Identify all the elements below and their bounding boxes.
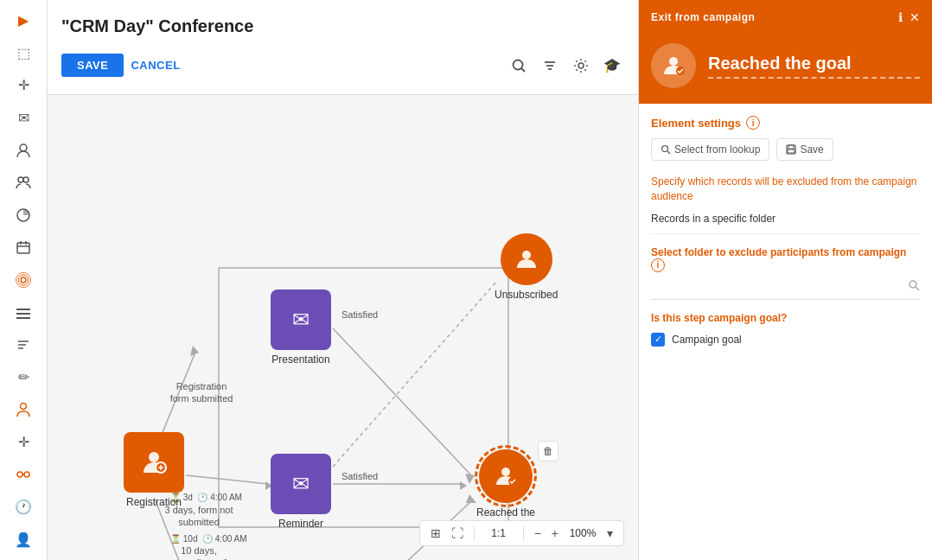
cancel-button[interactable]: CANCEL bbox=[131, 59, 180, 72]
svg-point-21 bbox=[514, 60, 523, 69]
svg-marker-36 bbox=[460, 481, 467, 490]
svg-point-8 bbox=[21, 277, 26, 283]
svg-point-48 bbox=[669, 57, 678, 66]
filter-icon[interactable] bbox=[538, 54, 562, 78]
calendar-icon[interactable] bbox=[10, 234, 37, 262]
campaign-goal-row: Campaign goal bbox=[651, 333, 920, 347]
goal-question: Is this step campaign goal? bbox=[651, 312, 920, 324]
svg-rect-13 bbox=[16, 317, 30, 319]
zoom-ratio: 1:1 bbox=[482, 527, 516, 539]
canvas-bottom-bar: ⊞ ⛶ 1:1 − + 100% ▾ bbox=[419, 520, 624, 546]
panel-hero: Reached the goal bbox=[639, 35, 932, 104]
group-icon[interactable] bbox=[10, 169, 37, 197]
main-area: "CRM Day" Conference SAVE CANCEL 🎓 bbox=[48, 0, 638, 560]
campaign-icon[interactable] bbox=[10, 266, 37, 294]
edit-icon[interactable]: ✏ bbox=[10, 364, 37, 391]
svg-rect-53 bbox=[788, 145, 794, 149]
element-settings-title: Element settings i bbox=[651, 116, 920, 130]
delete-reached-goal-button[interactable]: 🗑 bbox=[538, 441, 559, 461]
svg-point-50 bbox=[662, 146, 668, 152]
graduation-icon[interactable]: 🎓 bbox=[600, 54, 624, 78]
campaign-goal-checkbox[interactable] bbox=[651, 333, 665, 347]
segment-icon[interactable] bbox=[10, 201, 37, 229]
satisfied-label-1: Satisfied bbox=[342, 309, 378, 320]
svg-rect-40 bbox=[219, 268, 508, 527]
panel-header-title: Exit from campaign bbox=[651, 11, 755, 23]
presentation-node[interactable]: ✉ Presentation bbox=[271, 290, 331, 366]
presentation-label: Presentation bbox=[271, 353, 329, 366]
cursor-icon[interactable]: ▶ bbox=[10, 7, 37, 35]
svg-rect-4 bbox=[17, 243, 29, 253]
user2-icon[interactable]: 👤 bbox=[10, 526, 37, 554]
save-button[interactable]: SAVE bbox=[61, 54, 124, 77]
folder-search-input[interactable] bbox=[651, 280, 908, 292]
svg-rect-12 bbox=[16, 313, 30, 315]
panel-close-button[interactable]: ✕ bbox=[910, 10, 920, 24]
select-from-lookup-button[interactable]: Select from lookup bbox=[651, 138, 769, 161]
canvas-area[interactable]: Satisfied Satisfied Satisfied Registrati… bbox=[48, 95, 638, 560]
registration-form-submitted-label: Registration form submitted bbox=[167, 380, 236, 405]
reminder-label: Reminder bbox=[278, 518, 323, 530]
10days-label: 10 days, regardless of result bbox=[160, 544, 238, 560]
fullscreen-button[interactable]: ⛶ bbox=[448, 525, 467, 542]
unsubscribed-label: Unsubscribed bbox=[495, 289, 558, 301]
svg-point-1 bbox=[18, 177, 23, 182]
zoom-dropdown-button[interactable]: ▾ bbox=[603, 525, 616, 542]
integration2-icon[interactable] bbox=[10, 461, 37, 488]
zoom-out-button[interactable]: − bbox=[531, 525, 545, 542]
svg-point-55 bbox=[910, 281, 916, 288]
exclude-title: Specify which records will be excluded f… bbox=[651, 175, 920, 204]
email-icon[interactable]: ✉ bbox=[10, 105, 37, 132]
folder-search-icon[interactable] bbox=[908, 279, 920, 294]
svg-point-0 bbox=[20, 144, 27, 151]
schedule-icon[interactable] bbox=[10, 299, 37, 327]
svg-line-29 bbox=[186, 475, 268, 484]
add-node-icon[interactable]: ✛ bbox=[10, 429, 37, 456]
panel-header-icons: ℹ ✕ bbox=[898, 10, 920, 24]
folder-section-title: Select folder to exclude participants fr… bbox=[651, 246, 920, 272]
svg-point-26 bbox=[578, 63, 584, 68]
settings-icon[interactable] bbox=[569, 54, 593, 78]
toolbar: SAVE CANCEL 🎓 bbox=[61, 54, 624, 78]
sort-icon[interactable] bbox=[10, 331, 37, 359]
contact-icon[interactable] bbox=[10, 137, 37, 164]
zoom-percent: 100% bbox=[565, 527, 600, 539]
records-label: Records in a specific folder bbox=[651, 213, 920, 234]
svg-line-33 bbox=[333, 328, 471, 475]
svg-line-22 bbox=[521, 68, 525, 72]
right-panel: Exit from campaign ℹ ✕ Reached the goal … bbox=[638, 0, 932, 560]
registration-node[interactable]: Registration bbox=[124, 432, 184, 508]
panel-body: Element settings i Select from lookup Sa… bbox=[639, 104, 932, 560]
save-element-button[interactable]: Save bbox=[776, 138, 833, 161]
svg-point-17 bbox=[21, 404, 27, 410]
flow-diagram: Satisfied Satisfied Satisfied Registrati… bbox=[73, 112, 635, 560]
reminder-node[interactable]: ✉ Reminder bbox=[271, 454, 331, 530]
panel-hero-avatar bbox=[651, 43, 696, 88]
folder-info-icon[interactable]: i bbox=[651, 258, 665, 272]
select-icon[interactable]: ⬚ bbox=[10, 40, 37, 67]
time2-icon[interactable]: 🕐 bbox=[10, 493, 37, 521]
zoom-in-button[interactable]: + bbox=[548, 525, 562, 542]
unsubscribed-node[interactable]: Unsubscribed bbox=[495, 233, 558, 301]
move-icon[interactable]: ✛ bbox=[10, 72, 37, 99]
svg-marker-28 bbox=[190, 346, 199, 356]
campaign-goal-label: Campaign goal bbox=[672, 334, 742, 346]
top-bar: "CRM Day" Conference SAVE CANCEL 🎓 bbox=[48, 0, 638, 95]
divider bbox=[474, 526, 475, 540]
svg-line-56 bbox=[916, 287, 919, 290]
svg-line-51 bbox=[667, 151, 670, 154]
svg-point-18 bbox=[17, 472, 22, 477]
divider2 bbox=[523, 526, 524, 540]
timing-10d: ⏳ 10d 🕐 4:00 AM bbox=[170, 534, 247, 544]
page-title: "CRM Day" Conference bbox=[61, 16, 624, 36]
svg-point-2 bbox=[23, 177, 29, 182]
svg-point-47 bbox=[522, 251, 531, 259]
element-settings-info-icon[interactable]: i bbox=[746, 116, 760, 130]
search-icon[interactable] bbox=[507, 54, 531, 78]
grid-view-button[interactable]: ⊞ bbox=[427, 525, 444, 542]
panel-info-button[interactable]: ℹ bbox=[898, 10, 903, 24]
svg-rect-54 bbox=[788, 150, 795, 153]
team-icon[interactable] bbox=[10, 396, 37, 423]
registration-label: Registration bbox=[126, 496, 182, 508]
reached-goal-node[interactable]: 🗑 Reached the goal bbox=[467, 449, 545, 531]
